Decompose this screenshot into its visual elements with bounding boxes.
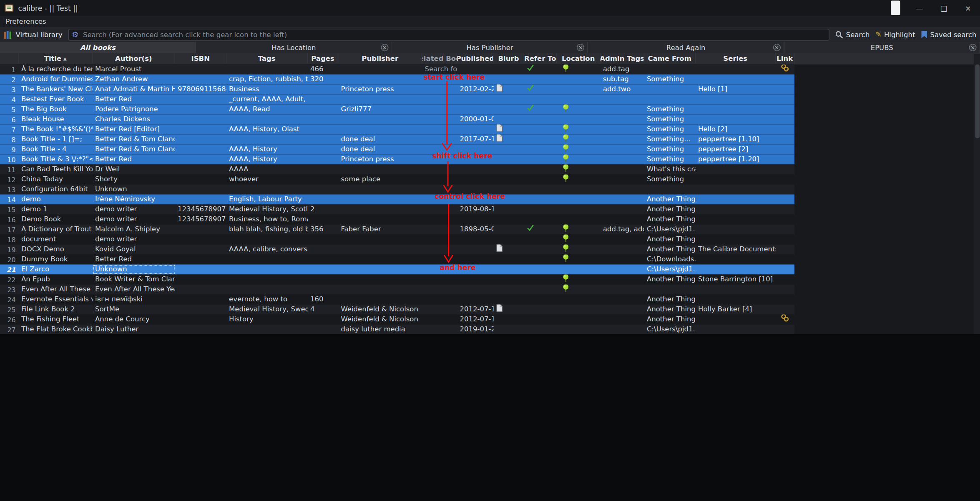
pin-icon [563,275,570,285]
cell-published [457,295,494,305]
table-row-el-zarco[interactable]: 21El ZarcoUnknownC:\Users\pjd1... [0,265,794,275]
cell-blurb [494,175,525,185]
tab-has-publisher[interactable]: Has Publisher× [392,42,588,53]
column-header-tags[interactable]: Tags [226,53,308,64]
table-row-bestest-ever-book[interactable]: 4Bestest Ever BookBetter Red_current, AA… [0,95,794,105]
table-row-even-after-all-these-ye[interactable]: 23Even After All These Ye...Even After A… [0,285,794,295]
row-number: 1 [0,65,19,75]
highlight-button-label: Highlight [884,30,915,39]
cell-blurb [494,225,525,235]
table-row-docx-demo[interactable]: 19DOCX DemoKovid GoyalAAAA, calibre, con… [0,245,794,255]
minimize-button[interactable]: — [907,0,932,16]
highlight-button[interactable]: ✎ Highlight [875,30,915,39]
table-row-book-title-4[interactable]: 9Book Title - 4Better Red & Tom ClancyAA… [0,145,794,155]
column-header-blurb[interactable]: Blurb [494,53,525,64]
vertical-scrollbar[interactable] [974,54,980,334]
search-input[interactable] [82,30,826,39]
table-row-the-fishing-fleet[interactable]: 26The Fishing FleetAnne de CourcyHistory… [0,315,794,325]
close-button[interactable]: × [956,0,980,16]
cell-location [557,235,601,245]
table-row-can-bad-teeth-kill-you[interactable]: 11Can Bad Teeth Kill You?Dr WeilAAAAWhat… [0,165,794,175]
gear-icon[interactable]: ⚙ [72,31,78,38]
search-button[interactable]: Search [835,30,869,39]
tab-has-location[interactable]: Has Location× [196,42,392,53]
table-row-evernote-essentials-v4[interactable]: 24Evernote Essentials v4 ...івгн пемїфsk… [0,295,794,305]
table-row-a-dictionary-of-trout-a[interactable]: 17A Dictionary of Trout a...Malcolm A. S… [0,225,794,235]
table-row-configuration-64bit[interactable]: 13Configuration 64bitUnknown [0,185,794,195]
table-row-dummy-book[interactable]: 20Dummy BookBetter RedC:\Downloads... [0,255,794,265]
cell-authors: demo writer [93,235,175,245]
cell-related [422,85,457,95]
tab-epubs[interactable]: EPUBS× [784,42,980,53]
scrollbar-thumb[interactable] [975,65,980,138]
column-header-publisher[interactable]: Publisher [339,53,422,64]
tab-close-icon[interactable]: × [773,43,780,51]
tab-close-icon[interactable]: × [577,43,584,51]
table-row-an-epub[interactable]: 22An EpubBook Writer & Tom ClancyAnother… [0,275,794,285]
pin-icon [563,235,570,245]
cell-tags: AAAA, Read [226,105,308,115]
column-header-link[interactable]: Link [776,53,794,64]
cell-link [776,275,794,285]
table-row-android-for-dummies[interactable]: 2Android for DummiesZethan Andrewcrap, F… [0,75,794,85]
cell-tags: Business, how to, Romance,... [226,215,308,225]
row-number: 2 [0,75,19,85]
pin-icon [563,155,570,165]
cell-refer [524,105,557,115]
cell-blurb [494,235,525,245]
table-row-the-big-book[interactable]: 5The Big BookPodere PatrignoneAAAA, Read… [0,105,794,115]
column-header-author-s[interactable]: Author(s) [93,53,175,64]
saved-search-icon [921,30,928,39]
cell-admin: add.tag [601,65,644,75]
table-row-the-flat-broke-cookbook[interactable]: 27The Flat Broke CookbookDaisy Lutherdai… [0,325,794,334]
cell-publisher [339,95,422,105]
cell-refer [524,95,557,105]
column-header-location[interactable]: Location [557,53,601,64]
table-row-demo-book[interactable]: 16Demo Bookdemo writer1234567890777Busin… [0,215,794,225]
cell-admin [601,155,644,165]
column-header-pages[interactable]: Pages [308,53,339,64]
tab-close-icon[interactable]: × [381,43,388,51]
cell-isbn [175,175,226,185]
table-row-the-bankers-new-cloth[interactable]: 3The Bankers' New Cloth...Anat Admati & … [0,85,794,95]
cell-series [696,65,776,75]
table-row-china-today[interactable]: 12China TodayShortywhoeversome placeSome… [0,175,794,185]
cell-title: Even After All These Ye... [19,285,93,295]
cell-authors: Even After All These Years [93,285,175,295]
tab-bar: All booksHas Location×Has Publisher×Read… [0,42,980,53]
saved-search-button[interactable]: Saved search [921,30,977,39]
table-row-document[interactable]: 18documentdemo writerAnother Thing [0,235,794,245]
table-row-la-recherche-du-temp[interactable]: 1À la recherche du temp...Marcel Proust4… [0,65,794,75]
tab-close-icon[interactable]: × [969,43,977,51]
column-header-series[interactable]: Series [696,53,776,64]
column-header-refer-to[interactable]: Refer To [524,53,557,64]
table-row-demo[interactable]: 14demoIrène NémirovskyEnglish, Labour Pa… [0,195,794,205]
column-header-isbn[interactable]: ISBN [175,53,226,64]
row-number: 10 [0,155,19,165]
column-header-related-book[interactable]: Related Book [422,53,457,64]
cell-blurb [494,155,525,165]
column-header-published[interactable]: Published [457,53,494,64]
cell-series [696,185,776,195]
menu-preferences[interactable]: Preferences [0,17,52,25]
table-row-demo-1[interactable]: 15demo 1demo writer1234567890777Medieval… [0,205,794,215]
table-row-the-book[interactable]: 7The Book !"#$%&'()*+,-./Better Red [Edi… [0,125,794,135]
cell-publisher [339,285,422,295]
column-header-admin-tags[interactable]: Admin Tags [601,53,644,64]
column-header-title[interactable]: Title▲ [19,53,93,64]
cell-link [776,295,794,305]
virtual-library-button[interactable]: Virtual library [4,30,63,39]
maximize-button[interactable]: □ [932,0,956,16]
tab-read-again[interactable]: Read Again× [588,42,784,53]
tab-all-books[interactable]: All books [0,42,196,53]
table-row-file-link-book-2[interactable]: 25File Link Book 2SortMeMedieval History… [0,305,794,315]
cell-authors: Irène Némirovsky [93,195,175,205]
cell-tags: Business [226,85,308,95]
cell-series [696,205,776,215]
cell-tags [226,115,308,125]
table-row-bleak-house[interactable]: 6Bleak HouseCharles Dickens2000-01-01Som… [0,115,794,125]
column-header-came-from[interactable]: Came From [644,53,696,64]
cell-authors: Zethan Andrew [93,75,175,85]
table-row-book-title-1[interactable]: 8Book Title - 1 []=;Better Red & Tom Cla… [0,135,794,145]
table-row-book-title-3[interactable]: 10Book Title & 3 \/:*?"<>|Better RedAAAA… [0,155,794,165]
